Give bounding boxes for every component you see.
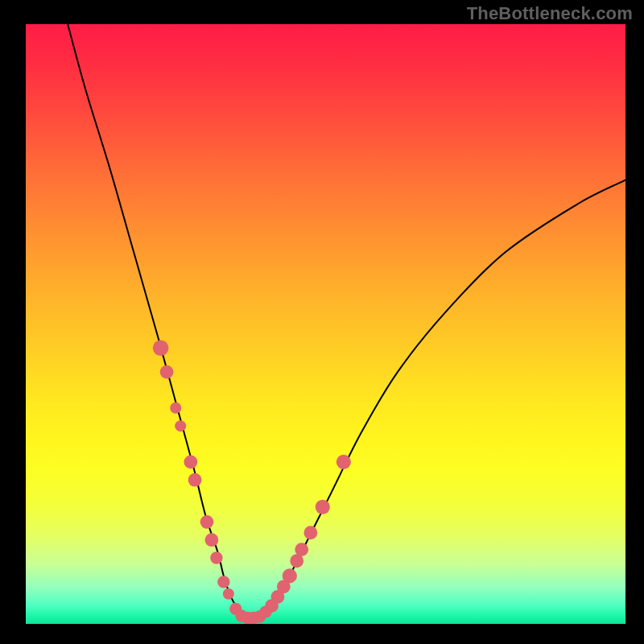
curve-marker bbox=[200, 515, 214, 529]
curve-marker bbox=[153, 341, 169, 357]
curve-marker bbox=[170, 402, 181, 414]
curve-marker bbox=[188, 473, 202, 487]
curve-marker bbox=[283, 568, 297, 583]
curve-markers bbox=[153, 341, 351, 625]
curve-marker bbox=[217, 576, 229, 588]
chart-frame: TheBottleneck.com bbox=[0, 0, 644, 644]
curve-marker bbox=[160, 365, 174, 379]
watermark-label: TheBottleneck.com bbox=[467, 3, 633, 24]
curve-marker bbox=[295, 543, 308, 556]
curve-marker bbox=[336, 455, 351, 469]
bottleneck-curve-svg bbox=[26, 24, 625, 624]
bottleneck-curve-path bbox=[68, 24, 625, 618]
curve-marker bbox=[184, 455, 197, 469]
plot-area bbox=[26, 24, 625, 624]
curve-marker bbox=[175, 420, 186, 431]
curve-marker bbox=[303, 526, 317, 539]
curve-marker bbox=[316, 500, 330, 514]
curve-marker bbox=[223, 588, 234, 600]
curve-marker bbox=[205, 533, 219, 547]
curve-marker bbox=[210, 551, 222, 564]
